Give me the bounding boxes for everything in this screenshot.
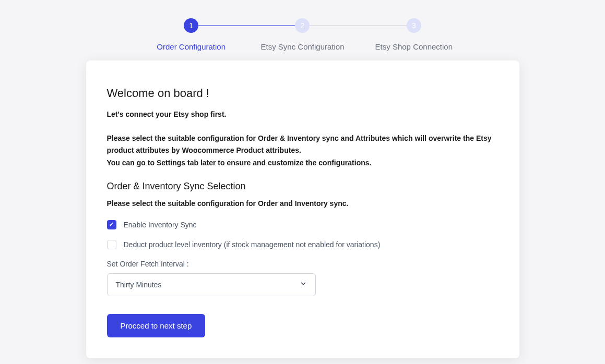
step-2-number: 2 xyxy=(301,21,305,30)
step-1-number: 1 xyxy=(189,21,193,30)
step-2[interactable]: 2 Etsy Sync Configuration xyxy=(247,18,358,51)
onboarding-card: Welcome on board ! Let's connect your Et… xyxy=(86,60,519,358)
step-3-circle: 3 xyxy=(407,18,421,33)
card-paragraph-2: You can go to Settings tab later to ensu… xyxy=(107,157,499,169)
section-title: Order & Inventory Sync Selection xyxy=(107,181,499,192)
chevron-down-icon xyxy=(300,280,307,289)
card-subtitle: Let's connect your Etsy shop first. xyxy=(107,110,499,120)
interval-select[interactable]: Thirty Minutes xyxy=(107,273,316,296)
step-2-circle: 2 xyxy=(295,18,310,33)
checkbox-enable-inventory-sync[interactable]: ✓ xyxy=(107,220,116,229)
proceed-button[interactable]: Procced to next step xyxy=(107,314,206,337)
interval-label: Set Order Fetch Interval : xyxy=(107,260,499,268)
checkbox-row-inventory-sync: ✓ Enable Inventory Sync xyxy=(107,220,499,229)
checkbox-label-deduct-inventory: Deduct product level inventory (if stock… xyxy=(124,240,381,249)
card-title: Welcome on board ! xyxy=(107,87,499,100)
step-line-2 xyxy=(310,25,406,26)
stepper: 1 Order Configuration 2 Etsy Sync Config… xyxy=(136,18,470,51)
step-2-label: Etsy Sync Configuration xyxy=(260,42,344,51)
step-1-circle: 1 xyxy=(184,18,198,33)
step-3-label: Etsy Shop Connection xyxy=(375,42,453,51)
checkbox-deduct-inventory[interactable] xyxy=(107,240,116,249)
step-3-number: 3 xyxy=(412,21,416,30)
checkbox-row-deduct-inventory: Deduct product level inventory (if stock… xyxy=(107,240,499,249)
card-instructions: Please select the suitable configuration… xyxy=(107,132,499,169)
step-1[interactable]: 1 Order Configuration xyxy=(136,18,247,51)
checkmark-icon: ✓ xyxy=(109,221,114,228)
step-1-label: Order Configuration xyxy=(157,42,226,51)
stepper-wrapper: 1 Order Configuration 2 Etsy Sync Config… xyxy=(0,0,605,60)
step-3[interactable]: 3 Etsy Shop Connection xyxy=(358,18,469,51)
step-line-1 xyxy=(198,25,295,26)
card-paragraph-1: Please select the suitable configuration… xyxy=(107,132,499,157)
checkbox-label-inventory-sync: Enable Inventory Sync xyxy=(124,221,197,229)
interval-select-value: Thirty Minutes xyxy=(116,281,162,289)
section-subtitle: Please select the suitable configuration… xyxy=(107,199,499,208)
